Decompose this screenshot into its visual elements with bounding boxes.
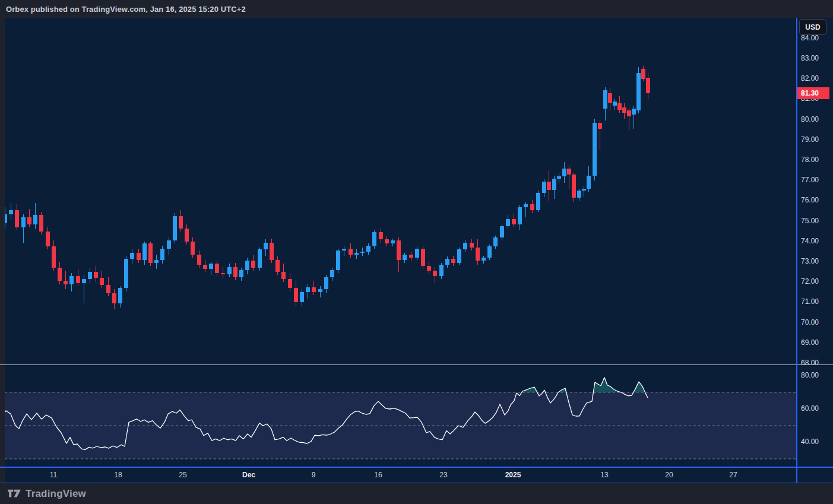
time-tick-label: 13 <box>600 471 608 479</box>
price-tick-label: 74.00 <box>801 237 819 245</box>
candle <box>470 239 474 251</box>
candle <box>500 224 504 240</box>
candle <box>349 243 353 258</box>
rsi-tick-label: 80.00 <box>801 371 819 379</box>
candle <box>118 286 122 308</box>
candle <box>385 236 389 246</box>
price-tick-label: 79.00 <box>801 135 819 144</box>
candle <box>493 236 498 249</box>
price-pane-canvas[interactable] <box>0 18 797 364</box>
candle <box>88 268 92 283</box>
candle <box>221 267 225 278</box>
candle <box>185 224 189 245</box>
candle <box>203 260 207 272</box>
candle <box>137 249 141 263</box>
time-axis-bottom-border <box>0 483 833 483</box>
candle <box>227 264 232 277</box>
candle <box>598 121 602 150</box>
candle <box>372 230 376 249</box>
price-axis[interactable]: USD 81.30 84.0083.0082.0081.0080.0079.00… <box>797 18 833 467</box>
chart-window: Orbex published on TradingView.com, Jan … <box>0 0 833 504</box>
candle <box>264 239 268 255</box>
time-tick-label: 27 <box>729 471 737 479</box>
price-tick-label: 82.00 <box>801 74 819 83</box>
pane-divider[interactable] <box>0 364 833 365</box>
price-tick-label: 77.00 <box>801 176 819 184</box>
candle <box>82 275 86 303</box>
candle <box>100 271 104 288</box>
candle <box>427 262 431 274</box>
time-tick-label: 20 <box>665 471 673 479</box>
price-tick-label: 80.00 <box>801 115 819 123</box>
candle <box>641 66 645 81</box>
time-tick-label: Dec <box>242 471 255 479</box>
candle <box>397 237 401 272</box>
candle <box>306 284 310 299</box>
candle <box>457 248 461 265</box>
candle <box>476 239 480 265</box>
candle <box>463 240 467 252</box>
candle <box>167 237 171 255</box>
candle <box>76 269 80 286</box>
publish-watermark: Orbex published on TradingView.com, Jan … <box>6 5 246 14</box>
candle <box>148 242 153 266</box>
candle <box>439 263 444 279</box>
candle <box>482 256 486 264</box>
price-tick-label: 71.00 <box>801 297 819 306</box>
candle <box>330 268 334 281</box>
candle <box>547 170 551 201</box>
candle <box>191 237 195 258</box>
candle <box>94 266 98 282</box>
candle <box>15 204 19 230</box>
candle <box>209 262 213 275</box>
candle <box>39 212 43 234</box>
candle <box>21 214 26 243</box>
candle <box>52 240 56 271</box>
candle <box>572 173 576 202</box>
time-tick-label: 11 <box>50 471 57 479</box>
candle <box>64 271 68 289</box>
candle <box>27 209 31 227</box>
candle <box>233 263 237 280</box>
time-tick-label: 2025 <box>505 471 521 479</box>
candle <box>562 162 566 182</box>
time-axis-top-border <box>0 467 833 468</box>
candle <box>415 246 419 259</box>
candle <box>69 273 74 291</box>
candle <box>124 256 128 291</box>
rsi-tick-label: 60.00 <box>801 404 819 413</box>
candle <box>542 179 546 196</box>
tradingview-logo[interactable]: TradingView <box>8 488 86 500</box>
candle <box>281 264 286 282</box>
currency-unit-button[interactable]: USD <box>799 19 826 35</box>
candle <box>577 189 581 201</box>
candle <box>215 261 219 276</box>
price-tick-label: 72.00 <box>801 277 819 286</box>
candle <box>636 67 641 114</box>
candle <box>342 246 346 256</box>
candle <box>366 243 370 255</box>
candle <box>587 166 591 192</box>
left-gutter <box>0 18 5 484</box>
rsi-tick-label: 40.00 <box>801 438 819 446</box>
candle <box>445 256 449 268</box>
candle <box>239 268 243 281</box>
last-price-badge: 81.30 <box>797 87 829 99</box>
time-tick-label: 16 <box>374 471 382 479</box>
candle <box>154 255 159 269</box>
time-tick-label: 23 <box>439 471 447 479</box>
candle <box>245 258 249 274</box>
candle <box>197 251 201 268</box>
rsi-pane-canvas[interactable] <box>0 365 797 467</box>
candle <box>524 202 528 217</box>
price-tick-label: 70.00 <box>801 318 819 327</box>
candle <box>593 119 597 180</box>
tradingview-mark-icon <box>8 488 21 500</box>
candle <box>33 203 37 229</box>
time-axis[interactable]: 111825Dec916232025132027 <box>0 468 833 483</box>
candle <box>360 248 365 256</box>
candle <box>288 273 292 291</box>
candle <box>506 215 510 229</box>
candle <box>409 252 413 261</box>
time-tick-label: 9 <box>312 471 316 479</box>
